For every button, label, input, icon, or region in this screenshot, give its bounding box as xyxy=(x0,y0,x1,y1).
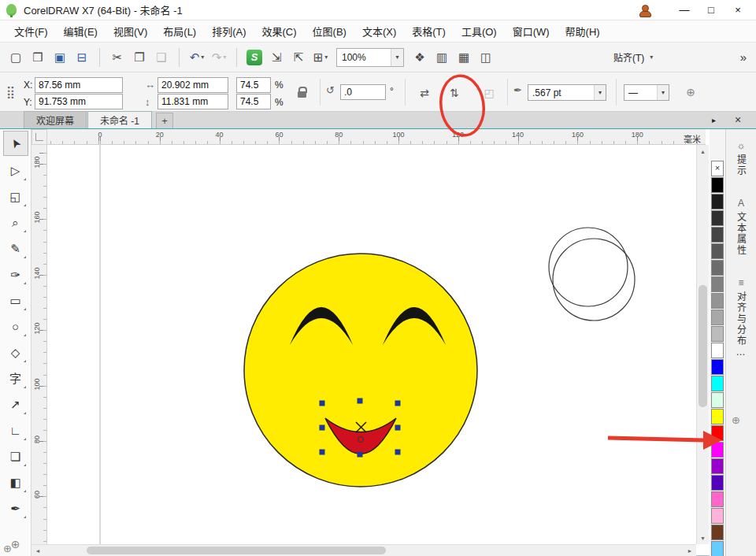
width-input[interactable] xyxy=(158,77,228,93)
outline-width-combo[interactable]: .567 pt ▾ xyxy=(528,84,606,101)
polygon-tool[interactable]: ◇ xyxy=(4,340,28,364)
menu-item[interactable]: 视图(V) xyxy=(106,20,155,42)
horizontal-scrollbar[interactable]: ◄ ► xyxy=(32,544,696,556)
color-swatch[interactable] xyxy=(711,425,724,441)
color-swatch[interactable] xyxy=(711,359,724,375)
shape-tool[interactable]: ▷ xyxy=(4,158,28,182)
tab-welcome-screen[interactable]: 欢迎屏幕 xyxy=(24,111,87,128)
ruler-origin[interactable] xyxy=(32,129,47,145)
horizontal-scroll-thumb[interactable] xyxy=(87,547,386,554)
selection-handle[interactable] xyxy=(358,452,363,458)
close-button[interactable]: × xyxy=(724,2,751,19)
print-button[interactable]: ⊟ xyxy=(72,47,92,68)
drop-shadow-tool[interactable]: ❏ xyxy=(4,444,28,468)
menu-item[interactable]: 效果(C) xyxy=(254,20,305,42)
vertical-scroll-thumb[interactable] xyxy=(699,285,707,407)
undo-button[interactable]: ↶▾ xyxy=(187,47,207,68)
application-launcher-button[interactable]: ⊞▾ xyxy=(310,47,331,68)
ellipse-tool[interactable]: ○ xyxy=(4,314,28,338)
account-button[interactable] xyxy=(638,4,650,17)
scroll-up-button[interactable]: ▲ xyxy=(697,146,709,157)
wrap-text-button[interactable]: ◰ xyxy=(479,83,499,102)
new-document-button[interactable]: ▢ xyxy=(6,47,26,68)
lock-ratio-button[interactable] xyxy=(291,83,312,102)
paste-button[interactable]: ❑ xyxy=(151,47,172,68)
color-swatch[interactable] xyxy=(711,475,724,491)
vertical-scrollbar[interactable]: ▲ ▼ xyxy=(696,145,709,544)
scale-h-input[interactable] xyxy=(236,77,271,93)
selection-handle[interactable] xyxy=(320,425,325,431)
menu-item[interactable]: 排列(A) xyxy=(204,20,254,42)
y-position-input[interactable] xyxy=(35,94,123,109)
show-guidelines-button[interactable]: ◫ xyxy=(476,47,496,68)
menu-item[interactable]: 位图(B) xyxy=(305,20,354,42)
navigator-button[interactable]: ⊕ xyxy=(3,543,12,554)
new-document-tab-button[interactable]: + xyxy=(156,113,173,128)
palette-expand-button[interactable]: ⊕ xyxy=(732,414,740,426)
artistic-media-tool[interactable]: ✑ xyxy=(4,262,28,286)
color-swatch[interactable] xyxy=(711,491,724,507)
selection-handle[interactable] xyxy=(320,401,325,406)
minimize-button[interactable]: — xyxy=(671,2,698,19)
quick-customize-button[interactable]: ⊕ xyxy=(680,83,701,102)
selection-handle[interactable] xyxy=(358,398,363,404)
docker-tab[interactable]: A文本属性 xyxy=(729,191,753,263)
scroll-down-button[interactable]: ▼ xyxy=(697,532,709,543)
color-swatch[interactable] xyxy=(711,210,724,226)
color-swatch[interactable] xyxy=(711,392,724,408)
line-style-combo[interactable]: — ▾ xyxy=(624,84,669,101)
menu-item[interactable]: 文本(X) xyxy=(354,20,404,42)
height-input[interactable] xyxy=(158,94,228,109)
rotation-angle-input[interactable] xyxy=(340,84,386,100)
canvas[interactable] xyxy=(47,145,696,544)
color-swatch[interactable] xyxy=(711,227,724,243)
zoom-level-combo[interactable]: 100%▾ xyxy=(336,48,404,67)
color-swatch[interactable] xyxy=(711,310,724,325)
crop-tool[interactable]: ◱ xyxy=(4,184,28,208)
x-position-input[interactable] xyxy=(35,77,123,93)
scroll-right-button[interactable]: ► xyxy=(684,545,695,556)
snap-to-menu-button[interactable]: 贴齐(T)▾ xyxy=(607,50,659,64)
color-swatch[interactable] xyxy=(711,541,724,556)
cut-button[interactable]: ✂ xyxy=(107,47,128,68)
color-swatch[interactable] xyxy=(711,260,724,276)
selection-handle[interactable] xyxy=(395,401,401,406)
color-swatch[interactable] xyxy=(711,194,724,209)
selection-handle[interactable] xyxy=(320,450,325,455)
show-grid-button[interactable]: ▦ xyxy=(454,47,474,68)
import-button[interactable]: ⇲ xyxy=(266,47,287,68)
zoom-tool[interactable]: ⌕ xyxy=(4,210,28,234)
export-button[interactable]: ⇱ xyxy=(288,47,309,68)
color-swatch[interactable] xyxy=(711,243,724,259)
color-swatch[interactable] xyxy=(711,276,724,292)
search-content-button[interactable]: S xyxy=(244,47,265,68)
fullscreen-preview-button[interactable]: ❖ xyxy=(410,47,430,68)
save-button[interactable]: ▣ xyxy=(50,47,70,68)
color-swatch[interactable] xyxy=(711,326,724,342)
tab-untitled-1[interactable]: 未命名 -1 xyxy=(87,111,152,128)
circle-shape[interactable] xyxy=(553,239,635,321)
no-color-swatch[interactable]: × xyxy=(711,161,724,176)
toolbar-overflow-button[interactable]: » xyxy=(740,50,747,64)
selection-handle[interactable] xyxy=(395,425,401,431)
horizontal-ruler[interactable]: 毫米 020406080100120140160180 xyxy=(47,129,706,145)
color-swatch[interactable] xyxy=(711,409,724,424)
color-swatch[interactable] xyxy=(711,524,724,540)
scroll-left-button[interactable]: ◄ xyxy=(32,545,43,556)
mirror-horizontal-button[interactable]: ⇄ xyxy=(414,83,435,102)
connector-tool[interactable]: ∟ xyxy=(4,418,28,442)
selection-handle[interactable] xyxy=(395,450,401,455)
eyedropper-tool[interactable]: ✒ xyxy=(4,496,28,520)
docker-tab[interactable]: ≡对齐与分布… xyxy=(729,271,753,366)
menu-item[interactable]: 帮助(H) xyxy=(558,20,608,42)
menu-item[interactable]: 编辑(E) xyxy=(56,20,106,42)
menu-item[interactable]: 布局(L) xyxy=(155,20,204,42)
maximize-button[interactable]: □ xyxy=(698,2,724,19)
docker-close-button[interactable]: × xyxy=(732,113,744,126)
color-swatch[interactable] xyxy=(711,458,724,474)
copy-button[interactable]: ❐ xyxy=(129,47,150,68)
pick-tool[interactable]: ➤ xyxy=(3,131,28,156)
text-tool[interactable]: 字 xyxy=(4,366,28,390)
color-swatch[interactable] xyxy=(711,293,724,309)
docker-tab[interactable]: ☼提示 xyxy=(729,134,753,183)
